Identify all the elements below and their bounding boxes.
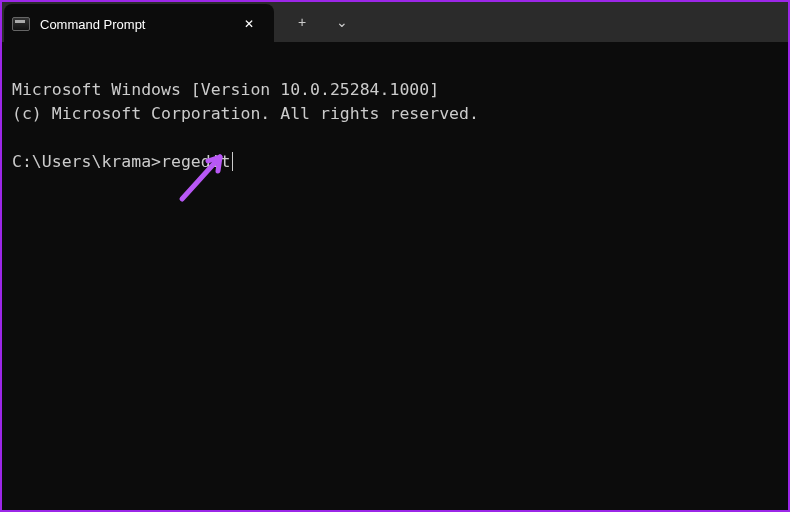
copyright-line: (c) Microsoft Corporation. All rights re… bbox=[12, 104, 479, 123]
command-input[interactable]: regedit bbox=[161, 150, 231, 174]
active-tab[interactable]: Command Prompt ✕ bbox=[4, 4, 274, 44]
titlebar-actions: + ⌄ bbox=[274, 10, 358, 34]
version-line: Microsoft Windows [Version 10.0.25284.10… bbox=[12, 80, 439, 99]
prompt-line: C:\Users\krama>regedit bbox=[12, 150, 778, 174]
text-cursor bbox=[232, 152, 233, 171]
close-tab-button[interactable]: ✕ bbox=[236, 13, 262, 35]
new-tab-button[interactable]: + bbox=[288, 10, 316, 34]
titlebar: Command Prompt ✕ + ⌄ bbox=[2, 2, 788, 42]
tab-title: Command Prompt bbox=[40, 17, 226, 32]
tab-dropdown-button[interactable]: ⌄ bbox=[326, 10, 358, 34]
cmd-icon bbox=[12, 17, 30, 31]
terminal-output[interactable]: Microsoft Windows [Version 10.0.25284.10… bbox=[2, 42, 788, 210]
prompt-text: C:\Users\krama> bbox=[12, 150, 161, 174]
